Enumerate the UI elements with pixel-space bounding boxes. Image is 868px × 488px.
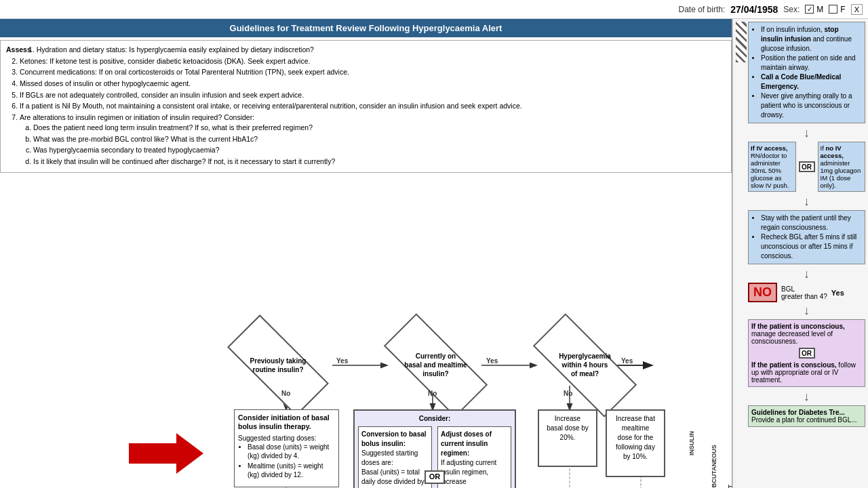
rp-if-conscious: If the patient is conscious, follow up w… (751, 361, 862, 384)
arrow-down-1: ↓ (748, 126, 865, 140)
assess-item-2: Ketones: If ketone test is positive, con… (20, 56, 726, 66)
increase-mealtime-text: Increase thatmealtimedose for thefollowi… (610, 414, 660, 462)
dob-value: 27/04/1958 (730, 4, 778, 15)
assess-item-6: If a patient is Nil By Mouth, not mainta… (20, 101, 726, 111)
increase-mealtime-box: Increase thatmealtimedose for thefollowi… (606, 409, 665, 477)
adjust-title: Adjust doses of current insulin regimen: (441, 430, 508, 458)
consider-conversion-box: Consider: Conversion to basal bolus insu… (353, 409, 516, 488)
rp-yes-after-no: Yes (831, 289, 844, 297)
guidelines-header: Guidelines for Treatment Review Followin… (0, 19, 732, 37)
rp-guide-title: Guidelines for Diabetes Tre... (751, 409, 845, 416)
adjust-text: If adjusting current insulin regimen, in… (441, 458, 508, 488)
sex-f-group: F (829, 5, 845, 14)
consider-initiation-basal: Basal dose (units) = weight (kg) divided… (248, 443, 335, 460)
consider-initiation-title: Consider initiation of basal bolus insul… (238, 413, 335, 432)
arrow-down-5: ↓ (748, 390, 865, 404)
top-bar: Date of birth: 27/04/1958 Sex: ✓ M F X (0, 0, 868, 19)
rp-stay: Stay with the patient until they regain … (761, 214, 861, 232)
rotated-label-1: INSULIN (688, 431, 695, 455)
assess-sublist: Does the patient need long term insulin … (33, 123, 726, 167)
rp-provide-plan: Provide a plan for continued BGL... (751, 416, 862, 424)
consider-initiation-list: Basal dose (units) = weight (kg) divided… (248, 443, 335, 479)
rp-bgl-greater: BGLgreater than 4? (781, 285, 827, 300)
assess-title: Assess (6, 45, 31, 55)
yes-label-d3: Yes (621, 357, 633, 365)
rp-stay-list: Stay with the patient until they regain … (761, 214, 861, 261)
yes-label-d1: Yes (336, 357, 348, 365)
conversion-basal: Basal (units) = total daily dose divided… (361, 468, 429, 488)
right-panel-content: If on insulin infusion, stop insulin inf… (748, 22, 865, 427)
diamond-routine-insulin: Previously takingroutine insulin? (231, 344, 326, 387)
rp-never-oral: Never give anything orally to a patient … (761, 92, 861, 120)
rp-insulin-infusion: If on insulin infusion, stop insulin inf… (748, 22, 865, 123)
diamond-basal-mealtime-label: Currently onbasal and mealtimeinsulin? (401, 349, 469, 381)
increase-basal-box: Increasebasal dose by20%. (538, 409, 597, 467)
sex-m-checkbox[interactable]: ✓ (805, 5, 814, 14)
rp-unconscious-box: If the patient is unconscious, manage de… (748, 319, 865, 387)
assess-item-1: Hydration and dietary status: Is hypergl… (20, 45, 726, 55)
assess-sub-a: Does the patient need long term insulin … (33, 123, 726, 133)
main-content: Guidelines for Treatment Review Followin… (0, 19, 868, 488)
increase-basal-text: Increasebasal dose by20%. (542, 414, 593, 443)
consider-conversion-title: Consider: (358, 414, 511, 424)
assess-section: Assess Hydration and dietary status: Is … (0, 40, 732, 173)
sex-f-label: F (840, 5, 845, 14)
rotated-label-2: SUBCUTANEOUS (711, 445, 717, 488)
rp-or-box-2: OR (799, 348, 815, 359)
close-button[interactable]: X (851, 4, 863, 15)
diamond-routine-insulin-label: Previously takingroutine insulin? (248, 354, 309, 377)
rp-position: Position the patient on side and maintai… (761, 54, 861, 73)
rp-or-center: OR (751, 346, 862, 360)
consider-initiation-box: Consider initiation of basal bolus insul… (234, 409, 339, 487)
arrow-down-3: ↓ (748, 267, 865, 281)
rp-no-bgl: NO BGLgreater than 4? Yes (748, 283, 865, 302)
arrow-down-2: ↓ (748, 195, 865, 209)
rp-stop-insulin: If on insulin infusion, stop insulin inf… (761, 25, 861, 54)
rp-iv-boxes: If IV access, RN/doctor to administer 30… (748, 142, 865, 192)
rp-or-box: OR (799, 161, 815, 172)
diamond-hyperglycaemia: Hyperglycaemiawithin 4 hoursof meal? (536, 344, 634, 387)
arrow-down-4: ↓ (748, 304, 865, 318)
dob-label: Date of birth: (679, 5, 726, 14)
sex-f-checkbox[interactable] (829, 5, 837, 14)
rp-stay-box: Stay with the patient until they regain … (748, 210, 865, 264)
no-label-d2: No (428, 390, 437, 397)
conversion-right: Adjust doses of current insulin regimen:… (437, 426, 511, 488)
rp-if-unconscious: If the patient is unconscious, manage de… (751, 323, 862, 345)
diamond-hyperglycaemia-label: Hyperglycaemiawithin 4 hoursof meal? (556, 349, 614, 381)
rp-code-blue: Call a Code Blue/Medical Emergency. (761, 73, 861, 92)
assess-item-5: If BGLs are not adequately controlled, c… (20, 90, 726, 100)
yes-label-d2: Yes (486, 357, 498, 365)
rp-no-label: NO (748, 283, 777, 302)
conversion-suggested: Suggested starting doses are: (361, 449, 429, 468)
consider-conversion-inner: Conversion to basal bolus insulin: Sugge… (358, 426, 511, 488)
rp-no-iv-access: If no IV access, administer 1mg glucagon… (818, 142, 866, 192)
flowchart: Previously takingroutine insulin? Yes Cu… (0, 176, 732, 488)
rp-iv-access: If IV access, RN/doctor to administer 30… (748, 142, 796, 192)
sex-m-label: M (816, 5, 823, 14)
center-area: Guidelines for Treatment Review Followin… (0, 19, 732, 488)
rp-guide-box: Guidelines for Diabetes Tre... Provide a… (748, 405, 865, 427)
no-label-d1: No (281, 390, 290, 397)
assess-sub-b: What was the pre-morbid BGL control like… (33, 134, 726, 144)
assess-sub-d: Is it likely that insulin will be contin… (33, 157, 726, 167)
assess-sub-c: Was hyperglycaemia secondary to treated … (33, 145, 726, 155)
diagonal-decoration (736, 22, 747, 62)
consider-initiation-content: Consider initiation of basal bolus insul… (238, 413, 335, 481)
assess-item-7: Are alterations to insulin regimen or in… (20, 113, 726, 166)
sex-m-group: ✓ M (805, 5, 823, 14)
sex-label: Sex: (783, 5, 800, 14)
conversion-left: Conversion to basal bolus insulin: Sugge… (358, 426, 432, 488)
assess-item-4: Missed doses of insulin or other hypogly… (20, 79, 726, 89)
rp-infusion-list: If on insulin infusion, stop insulin inf… (761, 25, 861, 120)
rp-recheck: Recheck BGL after 5 mins if still uncons… (761, 232, 861, 261)
diamond-basal-mealtime: Currently onbasal and mealtimeinsulin? (387, 344, 485, 387)
consider-initiation-mealtime: Mealtime (units) = weight (kg) divided b… (248, 462, 335, 479)
big-red-arrow (129, 433, 203, 474)
assess-list: Hydration and dietary status: Is hypergl… (20, 45, 726, 167)
conversion-left-title: Conversion to basal bolus insulin: (361, 430, 429, 449)
no-label-d3: No (564, 390, 572, 397)
rp-or-separator: OR (799, 142, 815, 192)
right-panel: If on insulin infusion, stop insulin inf… (732, 19, 868, 488)
assess-item-3: Concurrent medications: If on oral corti… (20, 67, 726, 77)
